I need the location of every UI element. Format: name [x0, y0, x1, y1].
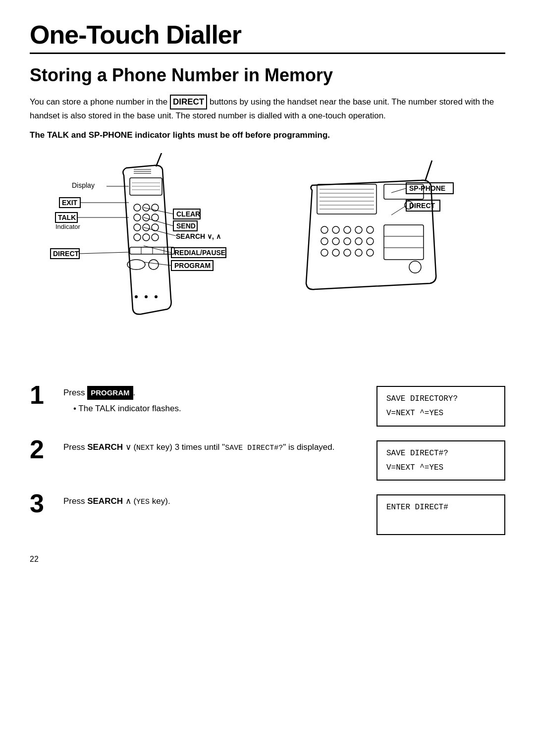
step-1-text: Press: [63, 388, 87, 397]
svg-point-69: [367, 249, 374, 256]
step-2-display: SAVE DIRECT#? V=NEXT ^=YES: [376, 440, 505, 481]
svg-point-55: [321, 226, 328, 233]
save-direct-text: SAVE DIRECT#?: [225, 444, 283, 452]
svg-line-35: [79, 252, 129, 254]
steps-section: 1 Press PROGRAM. • The TALK indicator fl…: [30, 386, 505, 535]
step-1-row: 1 Press PROGRAM. • The TALK indicator fl…: [30, 386, 505, 427]
svg-point-56: [332, 226, 339, 233]
svg-point-28: [155, 295, 158, 298]
svg-rect-1: [130, 178, 162, 195]
section-title: Storing a Phone Number in Memory: [30, 65, 505, 86]
diagram-svg: Display EXIT TALK Indicator DIRECT CLEAR…: [30, 153, 505, 361]
step-3-row: 3 Press SEARCH ∧ (YES key). ENTER DIRECT…: [30, 494, 505, 535]
step-2-display-line2: V=NEXT ^=YES: [386, 463, 443, 472]
redial-pause-label: REDIAL/PAUSE: [174, 249, 225, 257]
svg-point-59: [367, 226, 374, 233]
step-3-number: 3: [30, 490, 54, 516]
svg-rect-70: [384, 225, 424, 260]
talk-label: TALK: [58, 214, 76, 221]
title-rule: [30, 53, 505, 54]
send-label: SEND: [176, 222, 196, 230]
svg-point-58: [355, 226, 362, 233]
step-1-display-line1: SAVE DIRECTORY?: [386, 394, 458, 403]
step-2-row: 2 Press SEARCH ∨ (NEXT key) 3 times unti…: [30, 440, 505, 481]
svg-point-67: [344, 249, 351, 256]
svg-point-63: [355, 238, 362, 245]
svg-line-45: [425, 161, 432, 181]
step-1-display-line2: V=NEXT ^=YES: [386, 409, 443, 418]
step-1-bullet: • The TALK indicator flashes.: [73, 402, 362, 415]
search-bold: SEARCH: [87, 442, 123, 452]
svg-line-77: [391, 206, 406, 215]
svg-point-64: [367, 238, 374, 245]
step-2-display-line1: SAVE DIRECT#?: [386, 449, 448, 458]
svg-point-60: [321, 238, 328, 245]
svg-point-66: [332, 249, 339, 256]
search-label: SEARCH ∨, ∧: [176, 232, 221, 240]
exit-label: EXIT: [62, 199, 78, 207]
step-3-display: ENTER DIRECT#: [376, 494, 505, 535]
svg-point-8: [134, 204, 141, 211]
svg-point-17: [134, 234, 141, 241]
step-3-display-box: ENTER DIRECT#: [376, 494, 505, 535]
step-3-content: Press SEARCH ∧ (YES key).: [63, 494, 362, 508]
step-1-content: Press PROGRAM. • The TALK indicator flas…: [63, 386, 362, 415]
display-label: Display: [72, 181, 95, 189]
page-title: One-Touch Dialler: [30, 20, 505, 50]
sp-phone-label: SP-PHONE: [409, 184, 445, 192]
next-text: NEXT: [136, 444, 154, 452]
step-3-display-line1: ENTER DIRECT#: [386, 503, 448, 512]
step-3-display-line2: [386, 517, 391, 526]
step-1-number: 1: [30, 382, 54, 408]
svg-point-57: [344, 226, 351, 233]
yes-text: YES: [136, 498, 150, 506]
step-1-display-box: SAVE DIRECTORY? V=NEXT ^=YES: [376, 386, 505, 427]
page-number: 22: [30, 555, 505, 564]
svg-point-11: [134, 214, 141, 221]
step-1-left: 1 Press PROGRAM. • The TALK indicator fl…: [30, 386, 362, 415]
intro-text: You can store a phone number in the DIRE…: [30, 95, 505, 123]
svg-point-68: [355, 249, 362, 256]
svg-point-14: [134, 224, 141, 231]
svg-point-27: [145, 295, 148, 298]
direct-handset-label: DIRECT: [53, 250, 79, 258]
step-2-left: 2 Press SEARCH ∨ (NEXT key) 3 times unti…: [30, 440, 362, 462]
svg-point-62: [344, 238, 351, 245]
warning-text: The TALK and SP-PHONE indicator lights m…: [30, 129, 505, 142]
svg-line-44: [144, 262, 171, 266]
svg-point-26: [135, 295, 138, 298]
step-2-content: Press SEARCH ∨ (NEXT key) 3 times until …: [63, 440, 362, 454]
step-2-number: 2: [30, 436, 54, 462]
step-1-display: SAVE DIRECTORY? V=NEXT ^=YES: [376, 386, 505, 427]
svg-point-19: [152, 234, 159, 241]
program-key-label: PROGRAM: [87, 386, 133, 400]
svg-point-61: [332, 238, 339, 245]
step-1-period: .: [133, 388, 136, 397]
program-label: PROGRAM: [174, 262, 211, 270]
svg-line-0: [156, 153, 163, 166]
step-2-display-box: SAVE DIRECT#? V=NEXT ^=YES: [376, 440, 505, 481]
step-3-left: 3 Press SEARCH ∧ (YES key).: [30, 494, 362, 516]
svg-point-25: [149, 260, 159, 270]
direct-inline-label: DIRECT: [170, 95, 207, 109]
direct-base-label: DIRECT: [409, 202, 435, 210]
svg-line-75: [391, 188, 406, 193]
svg-rect-46: [317, 184, 376, 214]
svg-point-73: [409, 261, 421, 273]
svg-point-65: [321, 249, 328, 256]
indicator-label: Indicator: [55, 223, 81, 230]
clear-label: CLEAR: [176, 210, 200, 218]
search-bold-2: SEARCH: [87, 496, 123, 506]
diagram-area: Display EXIT TALK Indicator DIRECT CLEAR…: [30, 153, 505, 361]
svg-point-18: [143, 234, 150, 241]
